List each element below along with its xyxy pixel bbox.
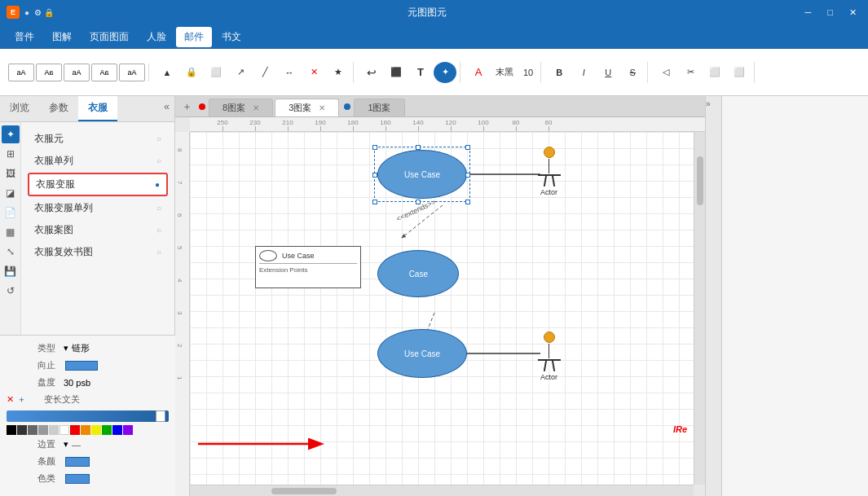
handle-tl[interactable] (372, 145, 377, 150)
actor-1[interactable]: Actor (540, 147, 557, 196)
item-radio-3[interactable]: ○ (156, 204, 161, 213)
image-btn[interactable]: 🖼 (2, 165, 20, 182)
item-radio-2[interactable]: ● (155, 180, 160, 189)
handle-bl[interactable] (372, 200, 377, 204)
remove-btn[interactable]: ✕ (7, 394, 14, 405)
text-style-1[interactable]: aA (8, 64, 34, 81)
maximize-btn[interactable]: □ (822, 6, 838, 20)
color-green[interactable] (102, 425, 112, 435)
text-style-5[interactable]: aA (119, 64, 145, 81)
menu-tujie[interactable]: 图解 (44, 27, 80, 47)
tab-params[interactable]: 参数 (39, 96, 78, 121)
menu-shuwen[interactable]: 书文 (214, 27, 249, 47)
dropdown-arrow2[interactable]: ▾ (64, 439, 68, 450)
sidebar-item-5[interactable]: 衣服复效书图 ○ (28, 242, 168, 262)
use-case-3[interactable]: Use Case (377, 329, 467, 378)
item-radio-0[interactable]: ○ (156, 134, 161, 143)
font-color-btn[interactable]: A (467, 62, 490, 83)
handle-tc[interactable] (416, 145, 421, 150)
canvas[interactable]: <<extends>> <<extends>> (190, 132, 694, 485)
color-orange[interactable] (81, 425, 90, 435)
pointer-tool[interactable]: ▲ (156, 62, 178, 83)
handle-ml[interactable] (372, 173, 377, 178)
arrow-tool[interactable]: ↗ (229, 62, 252, 83)
tab-browse[interactable]: 浏览 (0, 96, 39, 121)
actor-2[interactable]: Actor (540, 331, 557, 381)
sidebar-item-4[interactable]: 衣服案图 ○ (28, 220, 168, 240)
handle-mr[interactable] (465, 173, 470, 178)
use-case-1[interactable]: Use Case (377, 150, 467, 199)
item-radio-5[interactable]: ○ (156, 248, 161, 257)
color-silver[interactable] (49, 425, 59, 435)
tab-1-close[interactable]: ✕ (319, 103, 325, 112)
handle-tr[interactable] (465, 145, 470, 150)
extension-box[interactable]: Use Case Extension Points (255, 246, 361, 288)
eraser-tool[interactable]: ✕ (302, 62, 325, 83)
strikethrough-btn[interactable]: S (621, 62, 644, 83)
item-radio-1[interactable]: ○ (156, 156, 161, 165)
undo-btn[interactable]: ↩ (360, 62, 383, 83)
select-tool-btn[interactable]: ✦ (2, 125, 20, 143)
sidebar-item-0[interactable]: 衣服元 ○ (28, 129, 168, 149)
line-tool[interactable]: ╱ (253, 62, 276, 83)
direction-color[interactable] (65, 361, 98, 371)
item-radio-4[interactable]: ○ (156, 226, 161, 235)
color-red[interactable] (70, 425, 80, 435)
color-gray[interactable] (28, 425, 37, 435)
add-btn[interactable]: ＋ (17, 393, 26, 406)
underline-btn[interactable]: U (597, 62, 619, 83)
canvas-tab-0[interactable]: 8图案 ✕ (209, 99, 273, 116)
text-style-4[interactable]: aA (91, 64, 117, 81)
fill2-color[interactable] (65, 474, 90, 484)
scissors-btn[interactable]: ✂ (679, 62, 702, 83)
italic-btn[interactable]: I (572, 62, 595, 83)
layers-btn[interactable]: ◪ (2, 184, 20, 202)
color-white[interactable] (59, 425, 69, 435)
grid2-btn[interactable]: ▦ (2, 223, 20, 241)
color-yellow[interactable] (91, 425, 101, 435)
canvas-tab-1[interactable]: 3图案 ✕ (275, 99, 339, 116)
minimize-btn[interactable]: ─ (800, 6, 817, 20)
sidebar-item-3[interactable]: 衣服变服单列 ○ (28, 198, 168, 218)
line-color[interactable] (65, 457, 90, 467)
shape-tool[interactable]: ⬜ (205, 62, 227, 83)
menu-renlian[interactable]: 人脸 (139, 27, 174, 47)
color-slider[interactable] (7, 410, 169, 422)
connector-tool[interactable]: ↔ (278, 62, 301, 83)
window-controls[interactable]: ─ □ ✕ (800, 6, 861, 20)
canvas-wrapper[interactable]: 250 230 210 190 180 160 140 120 (175, 117, 705, 496)
text-btn[interactable]: T (409, 62, 432, 83)
hscroll-thumb[interactable] (271, 488, 337, 494)
vscroll-thumb[interactable] (697, 156, 703, 205)
menu-youjian[interactable]: 邮件 (176, 27, 212, 47)
tab-shapes[interactable]: 衣服 (78, 96, 117, 121)
sidebar-item-1[interactable]: 衣服单列 ○ (28, 151, 168, 171)
menu-puji[interactable]: 普件 (7, 27, 42, 47)
rotate-btn[interactable]: ↺ (2, 282, 20, 300)
use-case-2[interactable]: Case (377, 250, 459, 297)
compass-btn[interactable]: ✦ (434, 62, 456, 83)
sidebar-item-2[interactable]: 衣服变服 ● (28, 173, 168, 196)
text-align-btn[interactable]: ⬛ (385, 62, 408, 83)
star-btn[interactable]: ★ (327, 62, 350, 83)
canvas-tab-add[interactable]: ＋ (178, 97, 196, 116)
grid-btn[interactable]: ⊞ (2, 145, 20, 163)
close-btn[interactable]: ✕ (844, 6, 861, 20)
handle-bc[interactable] (416, 200, 421, 204)
color-lightgray[interactable] (38, 425, 48, 435)
vertical-scrollbar[interactable] (694, 132, 705, 485)
color-purple[interactable] (123, 425, 133, 435)
text-style-2[interactable]: aA (36, 64, 62, 81)
slider-handle[interactable] (156, 410, 165, 422)
color-darkgray[interactable] (17, 425, 27, 435)
canvas-tab-2[interactable]: 1图案 (354, 99, 404, 116)
save-btn[interactable]: 💾 (2, 262, 20, 280)
color-blue[interactable] (112, 425, 122, 435)
document-btn[interactable]: 📄 (2, 204, 20, 222)
tab-0-close[interactable]: ✕ (253, 103, 259, 112)
text-style-3[interactable]: aA (64, 64, 90, 81)
font-size-btn[interactable]: 10 (519, 62, 537, 83)
bold-btn[interactable]: B (548, 62, 571, 83)
color-black[interactable] (7, 425, 16, 435)
resize-btn[interactable]: ⤡ (2, 243, 20, 261)
